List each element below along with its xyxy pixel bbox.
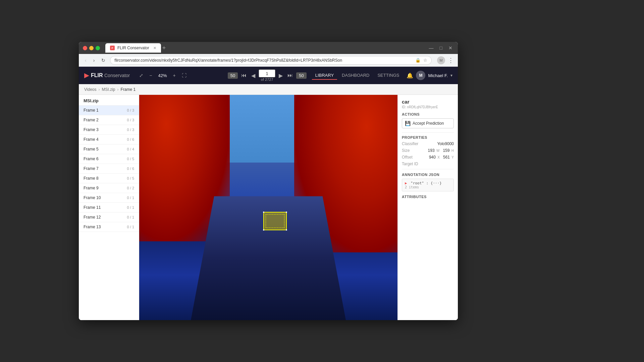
json-tree[interactable]: ▶ "root" : {···} 2 items bbox=[402, 179, 454, 191]
frame12-count: 0 / 1 bbox=[127, 215, 134, 219]
size-row: Size 193 W 159 H bbox=[402, 148, 454, 153]
sidebar-item-frame8[interactable]: Frame 8 0 / 5 bbox=[79, 174, 139, 183]
logo-conservator: Conservator bbox=[104, 73, 130, 78]
reload-button[interactable]: ↻ bbox=[99, 56, 107, 64]
sidebar-item-frame12[interactable]: Frame 12 0 / 1 bbox=[79, 213, 139, 222]
sidebar-item-frame10[interactable]: Frame 10 0 / 1 bbox=[79, 193, 139, 203]
tab-title: FLIR Conservator bbox=[117, 46, 149, 50]
sidebar-item-frame9[interactable]: Frame 9 0 / 2 bbox=[79, 183, 139, 193]
breadcrumb-folder[interactable]: MSI.zip bbox=[102, 87, 115, 92]
sidebar-item-frame3[interactable]: Frame 3 0 / 3 bbox=[79, 125, 139, 135]
fullscreen-button[interactable]: ⛶ bbox=[180, 71, 188, 79]
restore-button[interactable]: □ bbox=[438, 44, 444, 52]
close-button[interactable]: ✕ bbox=[447, 44, 454, 52]
classifier-label: Classifier bbox=[402, 141, 418, 146]
back-button[interactable]: ‹ bbox=[83, 56, 89, 64]
app-header: ▶ FLIR Conservator ⤢ − 42% + ⛶ 50 ⏮ ◀ bbox=[79, 67, 458, 84]
frame7-count: 0 / 6 bbox=[127, 167, 134, 171]
batch-prev-display: 50 bbox=[228, 72, 238, 79]
json-expand-icon[interactable]: ▶ bbox=[405, 181, 407, 185]
fit-view-button[interactable]: ⤢ bbox=[138, 71, 145, 79]
frame4-label: Frame 4 bbox=[84, 137, 99, 142]
nav-library[interactable]: LIBRARY bbox=[312, 71, 337, 80]
minimize-button[interactable]: — bbox=[428, 44, 435, 52]
sidebar-item-frame5[interactable]: Frame 5 0 / 4 bbox=[79, 144, 139, 154]
close-window-button[interactable] bbox=[83, 46, 87, 50]
frame11-label: Frame 11 bbox=[84, 205, 101, 210]
size-label: Size bbox=[402, 148, 410, 153]
frame8-count: 0 / 5 bbox=[127, 176, 134, 180]
logo-area: ▶ FLIR Conservator bbox=[84, 72, 130, 79]
prev-frame-button[interactable]: ◀ bbox=[250, 72, 257, 79]
entity-name: car bbox=[402, 99, 454, 105]
frame-navigation: 50 ⏮ ◀ of 2727 ▶ ⏭ 50 bbox=[228, 69, 307, 81]
frame10-count: 0 / 1 bbox=[127, 196, 134, 200]
size-w-unit: W bbox=[436, 149, 439, 153]
frame3-label: Frame 3 bbox=[84, 127, 99, 132]
offset-y: 561 bbox=[443, 155, 450, 160]
frame7-label: Frame 7 bbox=[84, 166, 99, 171]
frame-input-group: of 2727 bbox=[259, 69, 275, 81]
lock-icon: 🔒 bbox=[415, 58, 421, 63]
attributes-title: Attributes bbox=[402, 195, 454, 199]
address-bar: ‹ › ↻ flirconservator.com/videos/nkx8y5f… bbox=[79, 54, 458, 67]
frame6-count: 0 / 5 bbox=[127, 157, 134, 161]
forward-button[interactable]: › bbox=[91, 56, 97, 64]
frame-total: of 2727 bbox=[261, 77, 273, 81]
logo-flir: FLIR bbox=[91, 72, 103, 78]
nav-dashboard[interactable]: DASHBOARD bbox=[338, 71, 373, 80]
frame11-count: 0 / 1 bbox=[127, 205, 134, 209]
divider-2 bbox=[402, 169, 454, 169]
logo-text: FLIR Conservator bbox=[91, 72, 130, 78]
url-box[interactable]: flirconservator.com/videos/nkx8y5frCJFdN… bbox=[110, 56, 432, 65]
size-value: 193 W 159 H bbox=[428, 148, 454, 153]
offset-row: Offset 940 X 561 Y bbox=[402, 155, 454, 160]
prev-batch-button[interactable]: ⏮ bbox=[240, 72, 248, 79]
next-batch-button[interactable]: ⏭ bbox=[286, 72, 294, 79]
size-h: 159 bbox=[443, 148, 449, 153]
main-content: MSI.zip Frame 1 0 / 3 Frame 2 0 / 3 Fram… bbox=[79, 95, 458, 320]
sidebar-item-frame2[interactable]: Frame 2 0 / 3 bbox=[79, 115, 139, 125]
minimize-window-button[interactable] bbox=[89, 46, 94, 50]
star-icon: ☆ bbox=[423, 58, 427, 63]
image-viewer bbox=[139, 95, 397, 320]
sidebar-item-frame11[interactable]: Frame 11 0 / 1 bbox=[79, 203, 139, 213]
annotation-bbox[interactable] bbox=[263, 212, 287, 230]
browser-menu-button[interactable]: ⋮ bbox=[448, 57, 454, 64]
frame5-label: Frame 5 bbox=[84, 147, 99, 152]
next-frame-button[interactable]: ▶ bbox=[277, 72, 284, 79]
frame8-label: Frame 8 bbox=[84, 176, 99, 181]
sidebar-item-frame6[interactable]: Frame 6 0 / 5 bbox=[79, 154, 139, 164]
sidebar-item-frame4[interactable]: Frame 4 0 / 6 bbox=[79, 135, 139, 144]
target-id-label: Target ID bbox=[402, 162, 418, 166]
tab-close-button[interactable]: ✕ bbox=[153, 46, 156, 50]
notification-button[interactable]: 🔔 bbox=[407, 72, 413, 79]
nav-settings[interactable]: SETTINGS bbox=[374, 71, 402, 80]
flir-icon: ▶ bbox=[84, 72, 89, 79]
frame9-label: Frame 9 bbox=[84, 186, 99, 190]
active-tab[interactable]: F FLIR Conservator ✕ bbox=[105, 43, 161, 53]
json-root: "root" : {···} bbox=[411, 181, 442, 185]
frame10-label: Frame 10 bbox=[84, 195, 101, 200]
accept-prediction-button[interactable]: 💾 Accept Prediction bbox=[402, 118, 454, 128]
sidebar-item-frame13[interactable]: Frame 13 0 / 1 bbox=[79, 222, 139, 232]
classifier-row: Classifier Yolo9000 bbox=[402, 141, 454, 146]
frame13-count: 0 / 1 bbox=[127, 225, 134, 229]
breadcrumb-current: Frame 1 bbox=[121, 87, 136, 92]
sidebar-item-frame7[interactable]: Frame 7 0 / 6 bbox=[79, 164, 139, 174]
frame-number-input[interactable] bbox=[259, 69, 275, 77]
new-tab-button[interactable]: + bbox=[162, 45, 166, 52]
zoom-out-button[interactable]: − bbox=[148, 71, 153, 79]
user-name: Michael F. bbox=[428, 73, 448, 78]
sidebar-item-frame1[interactable]: Frame 1 0 / 3 bbox=[79, 106, 139, 115]
zoom-level: 42% bbox=[157, 73, 168, 78]
zoom-in-button[interactable]: + bbox=[171, 71, 177, 79]
breadcrumb-videos[interactable]: Videos bbox=[84, 87, 96, 92]
frame2-label: Frame 2 bbox=[84, 118, 99, 122]
annotation-json-section: Annotation JSON ▶ "root" : {···} 2 items bbox=[402, 173, 454, 191]
url-text: flirconservator.com/videos/nkx8y5frCJFdN… bbox=[114, 58, 413, 63]
offset-label: Offset bbox=[402, 155, 413, 160]
offset-x-unit: X bbox=[437, 156, 440, 159]
user-dropdown-icon[interactable]: ▾ bbox=[450, 73, 452, 78]
maximize-window-button[interactable] bbox=[96, 46, 100, 50]
